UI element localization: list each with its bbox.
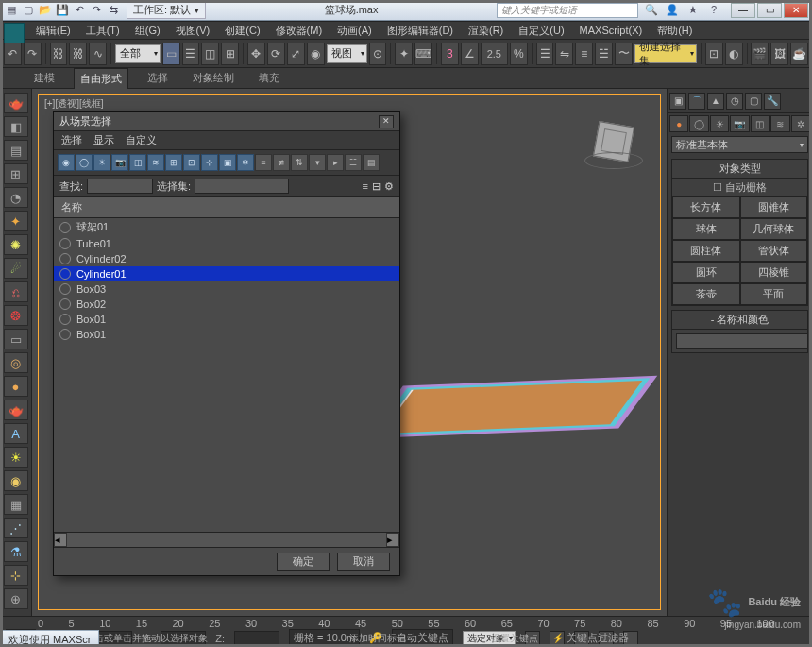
autogrid-checkbox[interactable]: ☐ 自动栅格 <box>672 179 807 196</box>
display-invert-icon[interactable]: ⇅ <box>291 154 308 171</box>
selset-input[interactable] <box>195 179 289 194</box>
app-logo-icon[interactable] <box>4 23 25 43</box>
display-icon[interactable]: ◔ <box>4 187 28 208</box>
scroll-left-button[interactable]: ◂ <box>54 533 67 547</box>
list-item[interactable]: Box01 <box>54 327 399 342</box>
text-icon[interactable]: A <box>4 423 28 444</box>
prim-cylinder-button[interactable]: 圆柱体 <box>672 240 740 262</box>
time-slider[interactable]: 0510152025303540455055606570758085909510… <box>0 617 812 629</box>
dock-icon[interactable]: ▣ <box>669 93 686 110</box>
dialog-titlebar[interactable]: 从场景选择 ✕ <box>54 112 399 131</box>
prim-cone-button[interactable]: 圆锥体 <box>740 196 808 218</box>
workspace-dropdown[interactable]: 工作区: 默认 <box>127 1 206 19</box>
new-icon[interactable]: ▢ <box>21 3 36 18</box>
tab-object-paint[interactable]: 对象绘制 <box>187 68 240 88</box>
filter-xref-icon[interactable]: ⊡ <box>183 154 200 171</box>
hierarchy-icon[interactable]: ▤ <box>4 140 28 161</box>
dialog-menu-customize[interactable]: 自定义 <box>126 133 157 147</box>
tree-view-icon[interactable]: ⊟ <box>372 180 381 193</box>
spinner-snap-button[interactable]: % <box>510 43 528 65</box>
menu-rendering[interactable]: 渲染(R) <box>461 24 511 38</box>
redo-button[interactable]: ↷ <box>24 43 42 65</box>
menu-maxscript[interactable]: MAXScript(X) <box>572 25 651 36</box>
add-time-tag[interactable]: 添加时间标记 <box>349 632 406 645</box>
camera-icon[interactable]: ☄ <box>4 258 28 279</box>
material-editor-button[interactable]: ◐ <box>725 43 743 65</box>
menu-modifiers[interactable]: 修改器(M) <box>268 24 330 38</box>
filter-helper-icon[interactable]: ◫ <box>129 154 146 171</box>
angle-snap-button[interactable]: ∠ <box>461 43 479 65</box>
unlink-button[interactable]: ⛓̸ <box>69 43 87 65</box>
wrench-icon[interactable]: 🔧 <box>764 93 781 110</box>
help-icon[interactable]: ? <box>706 4 721 16</box>
helper-icon[interactable]: ⎌ <box>4 281 28 302</box>
viewport-label[interactable]: [+][透视][线框] <box>44 97 104 111</box>
list-item[interactable]: Box02 <box>54 297 399 312</box>
manipulate-button[interactable]: ✦ <box>395 43 413 65</box>
collapse-all-icon[interactable]: ▸ <box>327 154 344 171</box>
menu-grapheditors[interactable]: 图形编辑器(D) <box>380 24 461 38</box>
link-button[interactable]: ⛓ <box>50 43 68 65</box>
geometry-tab-icon[interactable]: ● <box>669 115 688 132</box>
object-name-input[interactable] <box>676 333 808 349</box>
prim-torus-button[interactable]: 圆环 <box>672 262 740 283</box>
lights-tab-icon[interactable]: ☀ <box>710 115 729 132</box>
ok-button[interactable]: 确定 <box>277 553 330 571</box>
app-menu-icon[interactable]: ▤ <box>4 3 19 18</box>
dialog-menu-display[interactable]: 显示 <box>93 133 114 147</box>
find-input[interactable] <box>87 179 153 194</box>
filter-container-icon[interactable]: ▣ <box>219 154 236 171</box>
placement-button[interactable]: ◉ <box>307 43 325 65</box>
menu-tools[interactable]: 工具(T) <box>78 24 127 38</box>
tri-icon[interactable]: ▲ <box>707 93 724 110</box>
move-button[interactable]: ✥ <box>247 43 265 65</box>
helpers-tab-icon[interactable]: ◫ <box>751 115 770 132</box>
biped-icon[interactable]: ⚗ <box>4 541 28 562</box>
bone-icon[interactable]: ⊹ <box>4 565 28 586</box>
tab-selection[interactable]: 选择 <box>142 68 174 88</box>
undo-button[interactable]: ↶ <box>4 43 22 65</box>
utilities-icon[interactable]: ✦ <box>4 211 28 231</box>
search-icon[interactable]: 🔍 <box>644 4 659 16</box>
mirror-button[interactable]: ⇋ <box>555 43 573 65</box>
filter-shape-icon[interactable]: ◯ <box>76 154 93 171</box>
monitor-icon[interactable]: ▢ <box>745 93 762 110</box>
setkey-button[interactable]: 设置关键点 <box>491 632 538 645</box>
arc-icon[interactable]: ⌒ <box>688 93 705 110</box>
signin-icon[interactable]: 👤 <box>665 4 680 16</box>
display-all-icon[interactable]: ≡ <box>255 154 272 171</box>
bind-spacewarp-button[interactable]: ∿ <box>89 43 107 65</box>
select-object-button[interactable]: ▭ <box>162 43 180 65</box>
systems-icon[interactable]: ▭ <box>4 329 28 349</box>
curve-editor-button[interactable]: 〜 <box>615 43 633 65</box>
minimize-button[interactable]: — <box>731 3 755 18</box>
sphere-icon[interactable]: ● <box>4 376 28 397</box>
columns-icon[interactable]: ▤ <box>363 154 380 171</box>
key-filter-button[interactable]: ⚡ 关键点过滤器 <box>552 631 629 645</box>
named-sel-button[interactable]: ☰ <box>536 43 554 65</box>
prim-plane-button[interactable]: 平面 <box>740 283 808 305</box>
open-icon[interactable]: 📂 <box>38 3 53 18</box>
viewcube-ring[interactable] <box>584 152 643 169</box>
rotate-button[interactable]: ⟳ <box>267 43 285 65</box>
motion-icon[interactable]: ⊞ <box>4 163 28 184</box>
close-button[interactable]: ✕ <box>784 3 808 18</box>
dialog-close-button[interactable]: ✕ <box>379 115 394 128</box>
undo-icon[interactable]: ↶ <box>72 3 87 18</box>
filter-bone-icon[interactable]: ⊹ <box>201 154 218 171</box>
scale-button[interactable]: ⤢ <box>287 43 305 65</box>
clock-icon[interactable]: ◷ <box>726 93 743 110</box>
schematic-view-button[interactable]: ⊡ <box>705 43 723 65</box>
dialog-menu-select[interactable]: 选择 <box>61 133 82 147</box>
omni-icon[interactable]: ◉ <box>4 470 28 491</box>
named-selset-dropdown[interactable]: 创建选择集 <box>634 44 697 63</box>
filter-spacewarp-icon[interactable]: ≋ <box>147 154 164 171</box>
render-setup-button[interactable]: 🎬 <box>751 43 769 65</box>
layer-icon[interactable]: ☱ <box>345 154 362 171</box>
menu-edit[interactable]: 编辑(E) <box>28 24 78 38</box>
cameras-tab-icon[interactable]: 📷 <box>730 115 749 132</box>
prim-box-button[interactable]: 长方体 <box>672 196 740 218</box>
spacewarps-icon[interactable]: ❂ <box>4 305 28 326</box>
prim-teapot-button[interactable]: 茶壶 <box>672 283 740 305</box>
box-icon[interactable]: ◎ <box>4 352 28 373</box>
